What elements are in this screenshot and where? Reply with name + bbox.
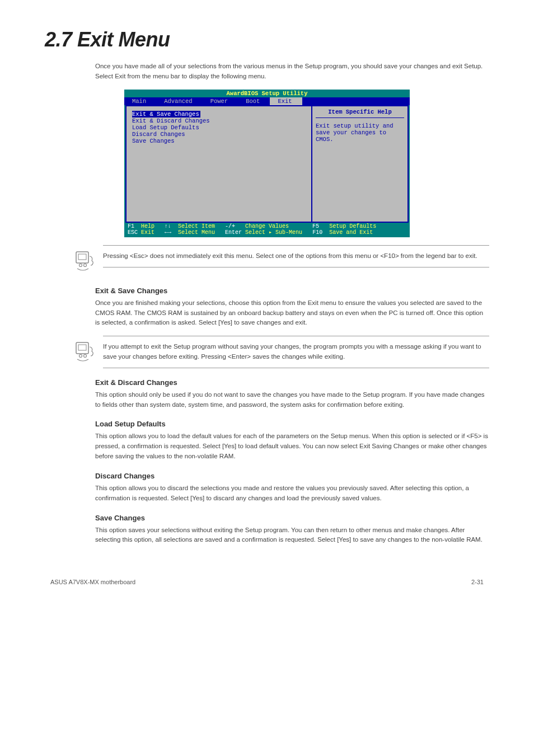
svg-rect-5	[78, 345, 86, 350]
bios-item-exit-discard: Exit & Discard Changes	[132, 118, 306, 124]
bios-item-load-defaults: Load Setup Defaults	[132, 124, 306, 131]
bios-menu-main: Main	[124, 97, 156, 105]
sub3-body: This option allows you to load the defau…	[95, 431, 489, 461]
svg-rect-1	[78, 254, 86, 260]
footer-left: ASUS A7V8X-MX motherboard	[50, 579, 135, 585]
bios-help-body: Exit setup utility and save your changes…	[316, 123, 404, 143]
bios-item-discard: Discard Changes	[132, 131, 306, 138]
sub3-title: Load Setup Defaults	[95, 420, 489, 428]
bios-item-save: Save Changes	[132, 138, 306, 144]
sub5-body: This option saves your selections withou…	[95, 525, 489, 546]
bios-screenshot: AwardBIOS Setup Utility Main Advanced Po…	[124, 90, 410, 237]
sub4-title: Discard Changes	[95, 472, 489, 480]
svg-rect-4	[76, 342, 88, 354]
note-2-text: If you attempt to exit the Setup program…	[103, 342, 489, 362]
svg-point-7	[84, 355, 87, 358]
note-icon	[73, 250, 95, 276]
footer-right: 2-31	[471, 579, 484, 585]
page-footer: ASUS A7V8X-MX motherboard 2-31	[45, 579, 489, 585]
bios-help-header: Item Specific Help	[316, 109, 404, 118]
bios-menu-bar: Main Advanced Power Boot Exit	[124, 97, 410, 105]
sub2-body: This option should only be used if you d…	[95, 390, 489, 410]
bios-menu-power: Power	[203, 97, 238, 105]
bios-menu-advanced: Advanced	[156, 97, 202, 105]
bios-left-panel: Exit & Save Changes Exit & Discard Chang…	[127, 106, 311, 222]
bios-item-exit-save: Exit & Save Changes	[132, 111, 200, 118]
bios-help-panel: Item Specific Help Exit setup utility an…	[312, 106, 407, 222]
note-1-text: Pressing <Esc> does not immediately exit…	[103, 251, 489, 261]
svg-point-2	[79, 264, 82, 266]
note-icon	[73, 340, 95, 367]
svg-rect-0	[76, 252, 88, 263]
svg-point-3	[84, 264, 87, 266]
svg-point-6	[79, 355, 82, 358]
sub1-body: Once you are finished making your select…	[95, 298, 489, 328]
bios-title: AwardBIOS Setup Utility	[124, 90, 410, 97]
intro-paragraph: Once you have made all of your selection…	[95, 62, 489, 82]
sub2-title: Exit & Discard Changes	[95, 378, 489, 387]
sub4-body: This option allows you to discard the se…	[95, 483, 489, 504]
bios-menu-boot: Boot	[238, 97, 270, 105]
sub5-title: Save Changes	[95, 514, 489, 522]
sub1-title: Exit & Save Changes	[95, 287, 489, 295]
bios-menu-exit: Exit	[270, 97, 302, 105]
section-heading: 2.7 Exit Menu	[45, 28, 489, 51]
bios-footer: F1 Help ↑↓ Select Item -/+ Change Values…	[124, 223, 410, 237]
